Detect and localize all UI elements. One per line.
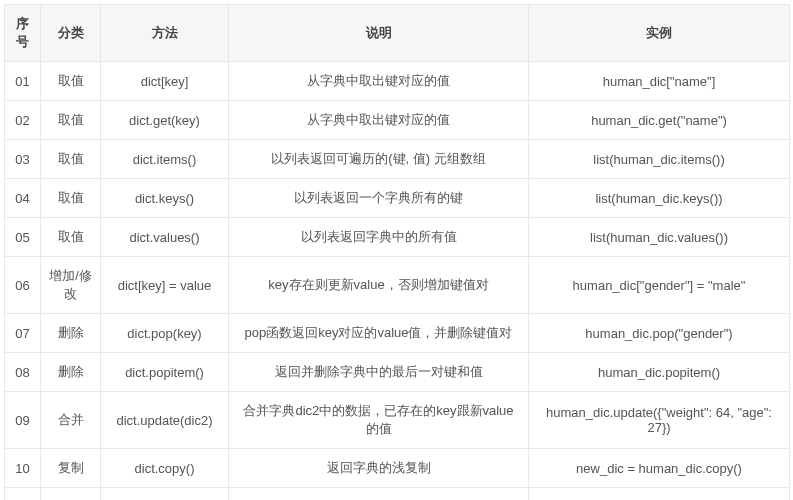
cell-category: 增加/修改 (41, 257, 101, 314)
cell-description: 以列表返回可遍历的(键, 值) 元组数组 (229, 140, 529, 179)
cell-category: 清空 (41, 488, 101, 501)
cell-category: 取值 (41, 140, 101, 179)
header-description: 说明 (229, 5, 529, 62)
cell-category: 删除 (41, 353, 101, 392)
cell-method: dict[key] (101, 62, 229, 101)
cell-description: 返回字典的浅复制 (229, 449, 529, 488)
cell-seq: 03 (5, 140, 41, 179)
cell-description: key存在则更新value，否则增加键值对 (229, 257, 529, 314)
table-row: 07删除dict.pop(key)pop函数返回key对应的value值，并删除… (5, 314, 790, 353)
cell-category: 取值 (41, 101, 101, 140)
dict-methods-table: 序号 分类 方法 说明 实例 01取值dict[key]从字典中取出键对应的值h… (4, 4, 790, 500)
cell-category: 合并 (41, 392, 101, 449)
cell-category: 取值 (41, 62, 101, 101)
cell-example: list(human_dic.values()) (529, 218, 790, 257)
cell-method: dict.popitem() (101, 353, 229, 392)
cell-seq: 04 (5, 179, 41, 218)
cell-description: 以列表返回一个字典所有的键 (229, 179, 529, 218)
cell-example: human_dic["name"] (529, 62, 790, 101)
table-row: 11清空dict.clear()清空字典human_dic.clear() (5, 488, 790, 501)
cell-method: dict.get(key) (101, 101, 229, 140)
header-example: 实例 (529, 5, 790, 62)
cell-seq: 01 (5, 62, 41, 101)
cell-example: list(human_dic.keys()) (529, 179, 790, 218)
table-row: 02取值dict.get(key)从字典中取出键对应的值human_dic.ge… (5, 101, 790, 140)
cell-example: human_dic.pop("gender") (529, 314, 790, 353)
cell-description: 从字典中取出键对应的值 (229, 101, 529, 140)
cell-category: 复制 (41, 449, 101, 488)
cell-seq: 02 (5, 101, 41, 140)
header-method: 方法 (101, 5, 229, 62)
cell-seq: 08 (5, 353, 41, 392)
cell-example: human_dic.get("name") (529, 101, 790, 140)
cell-example: human_dic["gender"] = "male" (529, 257, 790, 314)
table-row: 09合并dict.update(dic2)合并字典dic2中的数据，已存在的ke… (5, 392, 790, 449)
table-row: 04取值dict.keys()以列表返回一个字典所有的键list(human_d… (5, 179, 790, 218)
cell-method: dict.items() (101, 140, 229, 179)
cell-description: 清空字典 (229, 488, 529, 501)
cell-category: 取值 (41, 218, 101, 257)
cell-method: dict.copy() (101, 449, 229, 488)
cell-example: new_dic = human_dic.copy() (529, 449, 790, 488)
table-row: 01取值dict[key]从字典中取出键对应的值human_dic["name"… (5, 62, 790, 101)
cell-example: human_dic.popitem() (529, 353, 790, 392)
table-row: 05取值dict.values()以列表返回字典中的所有值list(human_… (5, 218, 790, 257)
cell-description: pop函数返回key对应的value值，并删除键值对 (229, 314, 529, 353)
cell-method: dict.values() (101, 218, 229, 257)
table-header-row: 序号 分类 方法 说明 实例 (5, 5, 790, 62)
table-row: 08删除dict.popitem()返回并删除字典中的最后一对键和值human_… (5, 353, 790, 392)
cell-category: 取值 (41, 179, 101, 218)
cell-method: dict.keys() (101, 179, 229, 218)
cell-method: dict.pop(key) (101, 314, 229, 353)
cell-seq: 05 (5, 218, 41, 257)
table-row: 10复制dict.copy()返回字典的浅复制new_dic = human_d… (5, 449, 790, 488)
cell-seq: 10 (5, 449, 41, 488)
cell-seq: 11 (5, 488, 41, 501)
cell-seq: 06 (5, 257, 41, 314)
cell-description: 以列表返回字典中的所有值 (229, 218, 529, 257)
cell-seq: 09 (5, 392, 41, 449)
cell-seq: 07 (5, 314, 41, 353)
header-seq: 序号 (5, 5, 41, 62)
cell-example: list(human_dic.items()) (529, 140, 790, 179)
cell-category: 删除 (41, 314, 101, 353)
cell-example: human_dic.update({"weight": 64, "age": 2… (529, 392, 790, 449)
cell-description: 返回并删除字典中的最后一对键和值 (229, 353, 529, 392)
table-row: 06增加/修改dict[key] = valuekey存在则更新value，否则… (5, 257, 790, 314)
cell-description: 合并字典dic2中的数据，已存在的key跟新value的值 (229, 392, 529, 449)
cell-method: dict.clear() (101, 488, 229, 501)
cell-method: dict[key] = value (101, 257, 229, 314)
cell-description: 从字典中取出键对应的值 (229, 62, 529, 101)
header-category: 分类 (41, 5, 101, 62)
cell-method: dict.update(dic2) (101, 392, 229, 449)
table-row: 03取值dict.items()以列表返回可遍历的(键, 值) 元组数组list… (5, 140, 790, 179)
cell-example: human_dic.clear() (529, 488, 790, 501)
